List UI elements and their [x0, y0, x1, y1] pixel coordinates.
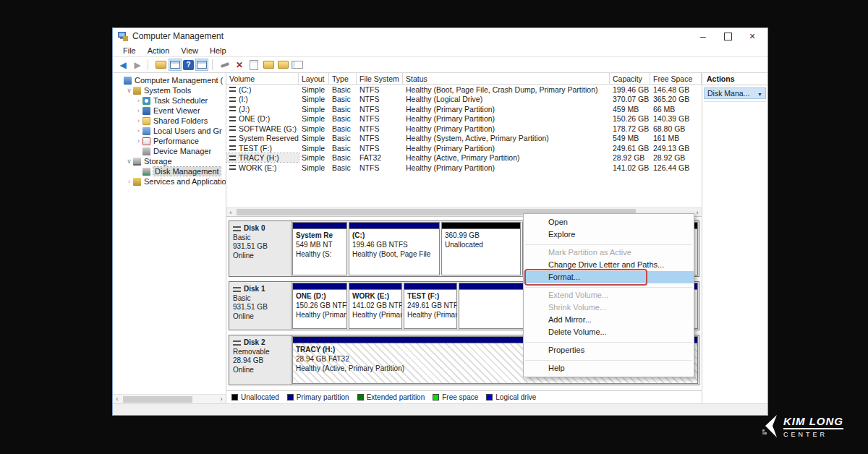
export-icon[interactable] [154, 59, 167, 71]
volume-type: Basic [329, 153, 357, 162]
storage-icon [133, 158, 141, 166]
separator-icon[interactable] [148, 59, 150, 70]
tree-item[interactable]: Disk Management [113, 166, 226, 176]
volume-filesystem: NTFS [357, 124, 403, 133]
scroll-right-icon[interactable]: › [217, 395, 226, 403]
tree-item[interactable]: Device Manager [113, 146, 226, 156]
volume-row[interactable]: (J:) Simple Basic NTFS Healthy (Primary … [226, 104, 702, 114]
context-menu-item[interactable]: Explore [524, 228, 694, 241]
chevron-icon[interactable]: › [125, 178, 133, 185]
help-icon[interactable] [183, 60, 194, 70]
tree-item-label: Disk Management [153, 167, 221, 176]
console-window-icon[interactable] [195, 59, 208, 71]
tree-item-label: Local Users and Gr [153, 127, 222, 135]
context-menu-item[interactable]: Change Drive Letter and Paths... [524, 259, 694, 271]
maximize-button[interactable] [715, 29, 740, 43]
volume-row[interactable]: WORK (E:) Simple Basic NTFS Healthy (Pri… [226, 163, 702, 173]
volume-filesystem: NTFS [357, 95, 403, 103]
volume-row[interactable]: (I:) Simple Basic NTFS Healthy (Logical … [226, 95, 702, 105]
column-header[interactable]: File System [357, 73, 403, 84]
column-header[interactable]: Type [329, 73, 357, 84]
column-header[interactable]: Volume [226, 73, 299, 84]
context-menu-item[interactable]: Extend Volume... [524, 289, 694, 301]
menubar-item[interactable]: View [175, 46, 204, 55]
context-menu-item[interactable] [525, 340, 692, 343]
console-tree-icon[interactable] [169, 59, 182, 71]
scroll-left-icon[interactable]: ‹ [113, 395, 122, 403]
column-header[interactable]: Capacity [610, 73, 650, 84]
forward-icon[interactable] [131, 59, 144, 71]
partition[interactable]: System Re 549 MB NT Healthy (S: [292, 222, 347, 275]
tree-item[interactable]: Computer Management ( [113, 75, 226, 85]
tree-item[interactable]: › Task Scheduler [113, 95, 226, 106]
tree-item[interactable]: › Services and Applicatio [113, 176, 226, 187]
volume-row[interactable]: TEST (F:) Simple Basic NTFS Healthy (Pri… [226, 143, 702, 153]
chevron-icon[interactable]: › [135, 127, 142, 134]
actions-disk-management-dropdown[interactable]: Disk Mana... [704, 87, 766, 99]
context-menu-item[interactable]: Mark Partition as Active [524, 247, 694, 259]
disk-size: 931.51 GB [233, 242, 287, 252]
disk-label[interactable]: Disk 0 Basic 931.51 GB Online [229, 221, 292, 276]
volume-row[interactable]: System Reserved Simple Basic NTFS Health… [226, 134, 702, 144]
tree-item[interactable]: › Event Viewer [113, 106, 226, 116]
chevron-icon[interactable]: › [135, 107, 142, 114]
titlebar[interactable]: Computer Management [113, 28, 767, 44]
disk-name: Disk 2 [244, 338, 265, 348]
column-header[interactable]: Free Space [650, 73, 702, 84]
partition[interactable]: 360.99 GB Unallocated [441, 222, 521, 275]
context-menu-item[interactable] [525, 285, 692, 288]
minimize-button[interactable] [691, 29, 715, 43]
context-menu-item[interactable]: Delete Volume... [524, 326, 694, 338]
column-header[interactable]: Layout [299, 73, 329, 84]
tree-horizontal-scrollbar[interactable]: ‹ › [113, 394, 226, 403]
chevron-icon[interactable]: › [135, 137, 142, 145]
context-menu-item[interactable]: Shrink Volume... [524, 301, 694, 314]
back-icon[interactable] [116, 59, 129, 71]
chevron-icon[interactable]: ∨ [125, 87, 133, 94]
tool-icon[interactable] [218, 59, 231, 71]
disk-label[interactable]: Disk 1 Basic 931.51 GB Online [229, 282, 292, 330]
properties-icon[interactable] [291, 59, 304, 71]
partition[interactable]: ONE (D:) 150.26 GB NTFS Healthy (Primary… [292, 283, 347, 329]
close-button[interactable] [740, 29, 765, 43]
folder-add-icon[interactable] [262, 59, 275, 71]
actions-header: Actions [702, 73, 767, 85]
context-menu-item[interactable] [525, 242, 692, 245]
legend-label: Unallocated [241, 393, 279, 401]
context-menu-item[interactable]: Add Mirror... [524, 314, 694, 326]
tree-item[interactable]: › Shared Folders [113, 116, 226, 126]
volume-status: Healthy (Primary Partition) [403, 163, 610, 172]
menubar-item[interactable]: Action [142, 46, 176, 55]
separator-icon[interactable] [212, 59, 215, 70]
context-menu-item[interactable]: Properties [524, 344, 694, 356]
context-menu-item[interactable]: Open [524, 216, 694, 228]
disk-label[interactable]: Disk 2 Removable 28.94 GB Online [229, 335, 292, 385]
menubar-item[interactable]: File [117, 46, 142, 55]
volume-row[interactable]: TRACY (H:) Simple Basic FAT32 Healthy (A… [226, 153, 702, 163]
volume-row[interactable]: (C:) Simple Basic NTFS Healthy (Boot, Pa… [226, 85, 702, 95]
tree-item[interactable]: ∨ System Tools [113, 85, 226, 95]
volume-row[interactable]: ONE (D:) Simple Basic NTFS Healthy (Prim… [226, 114, 702, 124]
chevron-icon[interactable]: ∨ [125, 158, 133, 165]
scroll-thumb[interactable] [123, 396, 192, 403]
partition[interactable]: WORK (E:) 141.02 GB NTFS Healthy (Primar… [349, 283, 402, 329]
folder-search-icon[interactable] [276, 59, 289, 71]
partition[interactable]: (C:) 199.46 GB NTFS Healthy (Boot, Page … [349, 222, 440, 275]
delete-icon[interactable] [233, 59, 246, 71]
column-header[interactable]: Status [403, 73, 610, 84]
context-menu-item[interactable]: Format... [524, 271, 694, 283]
tree-item[interactable]: › Performance [113, 136, 226, 146]
scroll-left-icon[interactable]: ‹ [226, 209, 235, 216]
context-menu-item[interactable]: Help [524, 362, 694, 374]
volume-row[interactable]: SOFTWARE (G:) Simple Basic NTFS Healthy … [226, 124, 702, 134]
chevron-icon[interactable]: › [135, 117, 142, 124]
partition[interactable]: TEST (F:) 249.61 GB NTFS Healthy (Primar… [404, 283, 457, 329]
chevron-icon[interactable]: › [135, 97, 142, 104]
tree-item[interactable]: ∨ Storage [113, 156, 226, 166]
tree-item[interactable]: › Local Users and Gr [113, 126, 226, 136]
checklist-icon[interactable] [247, 59, 260, 71]
menubar-item[interactable]: Help [204, 46, 232, 55]
volume-layout: Simple [299, 144, 329, 153]
volume-list-header: VolumeLayoutTypeFile SystemStatusCapacit… [226, 73, 702, 85]
context-menu-item[interactable] [525, 358, 692, 361]
